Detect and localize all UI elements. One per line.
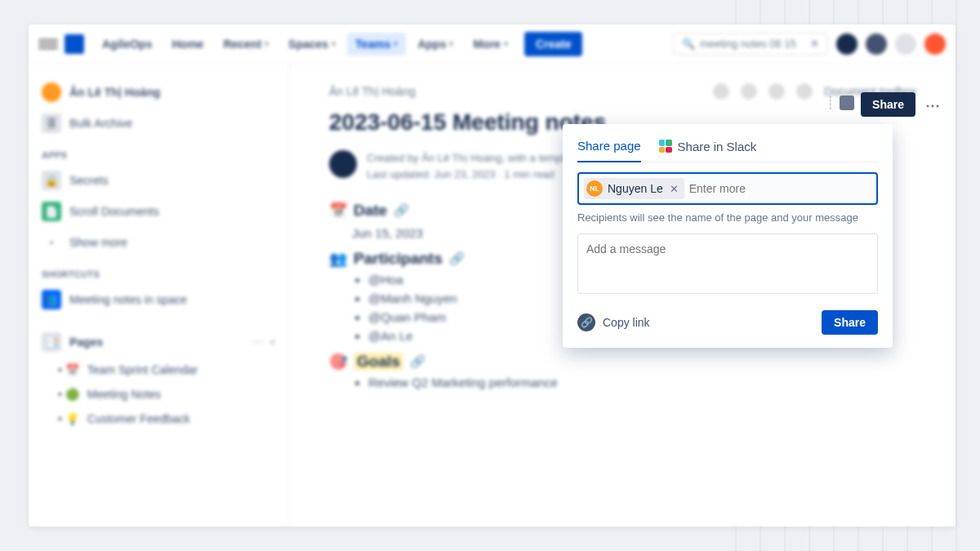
anchor-icon[interactable]: 🔗 — [449, 251, 465, 266]
watch-icon[interactable] — [796, 83, 813, 100]
byline-updated: Last updated: Jun 23, 2023 · 1 min read — [367, 167, 579, 183]
nav-recent[interactable]: Recent▾ — [215, 33, 277, 56]
confluence-logo-icon[interactable] — [65, 34, 84, 54]
create-button[interactable]: Create — [524, 32, 583, 56]
sidebar: Ân Lê Thị Hoàng 🗄Bulk Archive APPS 🔒Secr… — [29, 64, 290, 527]
edit-icon[interactable] — [713, 83, 729, 100]
sidebar-app-secrets[interactable]: 🔒Secrets — [35, 165, 283, 196]
sidebar-heading-shortcuts: SHORTCUTS — [35, 258, 283, 284]
sidebar-page[interactable]: • 🟢 Meeting Notes — [35, 382, 283, 407]
comment-icon[interactable] — [741, 83, 757, 100]
chip-avatar: NL — [586, 180, 603, 197]
nav-brand[interactable]: AgileOps — [94, 33, 160, 56]
lock-icon[interactable] — [840, 96, 854, 110]
nav-teams[interactable]: Teams▾ — [347, 33, 406, 56]
link-icon: 🔗 — [577, 313, 595, 331]
nav-spaces[interactable]: Spaces▾ — [280, 33, 344, 56]
remove-chip-icon[interactable]: ✕ — [668, 183, 680, 195]
sidebar-page[interactable]: • 💡 Customer Feedback — [35, 407, 283, 431]
sidebar-page[interactable]: • 📅 Team Sprint Calendar — [35, 358, 283, 382]
anchor-icon[interactable]: 🔗 — [394, 203, 409, 218]
author-avatar — [329, 150, 357, 178]
sidebar-app-scroll[interactable]: 📄Scroll Documents — [35, 196, 283, 227]
settings-icon[interactable] — [895, 33, 916, 55]
breadcrumb[interactable]: Ân Lê Thị Hoàng — [329, 85, 703, 98]
nav-more[interactable]: More▾ — [465, 33, 515, 56]
sidebar-shortcut[interactable]: 📘Meeting notes in space — [35, 284, 283, 315]
sidebar-bulk-archive[interactable]: 🗄Bulk Archive — [35, 108, 283, 139]
share-submit-button[interactable]: Share — [822, 310, 878, 335]
section-participants-heading: Participants — [354, 250, 443, 268]
section-date-heading: Date — [354, 202, 387, 220]
recipients-text-input[interactable] — [689, 182, 871, 195]
nav-apps[interactable]: Apps▾ — [409, 33, 461, 56]
recipient-chip: NL Nguyen Le ✕ — [584, 178, 684, 199]
sidebar-heading-apps: APPS — [35, 139, 283, 165]
app-switcher-icon[interactable] — [38, 34, 58, 54]
share-button[interactable]: Share — [861, 92, 915, 117]
nav-home[interactable]: Home — [163, 33, 212, 56]
message-input[interactable] — [577, 233, 878, 294]
top-nav: AgileOps Home Recent▾ Spaces▾ Teams▾ App… — [29, 24, 956, 64]
search-input[interactable]: 🔍 meeting notes 06 15 ✕ — [673, 33, 828, 55]
avatar[interactable] — [924, 33, 946, 55]
sidebar-pages-root[interactable]: 📑Pages⋯ + — [35, 327, 283, 358]
recipients-input[interactable]: NL Nguyen Le ✕ — [577, 172, 878, 205]
chip-name: Nguyen Le — [608, 182, 663, 195]
recipients-helper-text: Recipients will see the name of the page… — [577, 211, 878, 224]
copy-link-button[interactable]: 🔗 Copy link — [577, 313, 650, 331]
star-icon[interactable] — [768, 83, 785, 100]
slack-icon — [659, 140, 672, 153]
more-actions-icon[interactable]: ⋯ — [925, 96, 940, 114]
byline-created: Created by Ân Lê Thị Hoàng, with a templ… — [367, 150, 579, 167]
sidebar-user[interactable]: Ân Lê Thị Hoàng — [35, 77, 283, 108]
notifications-icon[interactable] — [836, 33, 858, 55]
share-popover: Share page Share in Slack NL Nguyen Le ✕… — [563, 124, 893, 348]
tab-share-page[interactable]: Share page — [577, 136, 641, 162]
section-goals-heading: Goals — [354, 353, 403, 371]
tab-share-slack[interactable]: Share in Slack — [659, 136, 757, 162]
restrictions-area[interactable]: ┊ — [826, 95, 854, 110]
anchor-icon[interactable]: 🔗 — [410, 354, 425, 369]
help-icon[interactable] — [866, 33, 887, 55]
goal-item: Review Q2 Marketing performance — [368, 375, 916, 389]
sidebar-show-more[interactable]: •Show more — [35, 227, 283, 258]
